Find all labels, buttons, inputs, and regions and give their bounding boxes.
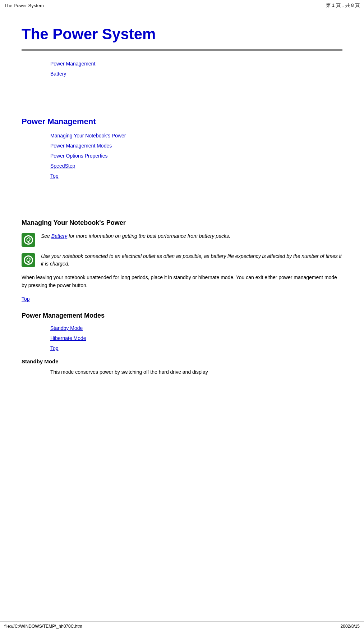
standby-link[interactable]: Standby Mode bbox=[50, 325, 342, 331]
standby-body-text: This mode conserves power by switching o… bbox=[50, 368, 342, 376]
main-title: The Power System bbox=[22, 26, 342, 43]
icon-text-2: Use your notebook connected to an electr… bbox=[41, 253, 342, 268]
page-footer: file:///C:\WINDOWS\TEMP\_hh070C.htm 2002… bbox=[0, 621, 364, 631]
title-divider bbox=[22, 49, 342, 51]
footer-left: file:///C:\WINDOWS\TEMP\_hh070C.htm bbox=[4, 624, 82, 629]
power-management-section: Power Management Managing Your Notebook'… bbox=[22, 117, 342, 179]
header-left: The Power System bbox=[4, 3, 44, 8]
standby-body: This mode conserves power by switching o… bbox=[22, 368, 342, 376]
hibernate-link[interactable]: Hibernate Mode bbox=[50, 335, 342, 341]
standby-heading: Standby Mode bbox=[22, 358, 342, 364]
spacer bbox=[22, 183, 342, 212]
sub-link-top[interactable]: Top bbox=[50, 173, 342, 179]
icon-text-1: See Battery for more information on gett… bbox=[41, 232, 230, 240]
managing-heading: Managing Your Notebook's Power bbox=[22, 219, 342, 227]
header-right: 第 1 頁，共 8 頁 bbox=[326, 2, 360, 9]
icon-row-1: See Battery for more information on gett… bbox=[22, 232, 342, 247]
info-icon-2 bbox=[22, 253, 35, 267]
sub-link-speedstep[interactable]: SpeedStep bbox=[50, 163, 342, 169]
sub-link-options[interactable]: Power Options Properties bbox=[50, 153, 342, 159]
toc-link-power-management[interactable]: Power Management bbox=[50, 61, 342, 67]
page-content: The Power System Power Management Batter… bbox=[0, 11, 364, 395]
battery-link[interactable]: Battery bbox=[51, 233, 67, 239]
footer-right: 2002/8/15 bbox=[341, 624, 360, 629]
sub-link-managing[interactable]: Managing Your Notebook's Power bbox=[50, 133, 342, 139]
standby-section: Standby Mode This mode conserves power b… bbox=[22, 358, 342, 376]
page-header: The Power System 第 1 頁，共 8 頁 bbox=[0, 0, 364, 11]
icon-row-2: Use your notebook connected to an electr… bbox=[22, 253, 342, 268]
power-management-title: Power Management bbox=[22, 117, 342, 126]
managing-section: Managing Your Notebook's Power See Batte… bbox=[22, 219, 342, 305]
toc-link-battery[interactable]: Battery bbox=[50, 71, 342, 77]
info-icon-1 bbox=[22, 233, 35, 247]
modes-heading: Power Management Modes bbox=[22, 312, 342, 319]
sub-link-modes[interactable]: Power Management Modes bbox=[50, 143, 342, 149]
table-of-contents: Power Management Battery bbox=[22, 61, 342, 77]
power-management-sub-toc: Managing Your Notebook's Power Power Man… bbox=[22, 133, 342, 179]
managing-body-text: When leaving your notebook unattended fo… bbox=[22, 273, 342, 290]
modes-top-link[interactable]: Top bbox=[50, 345, 342, 351]
managing-top-link[interactable]: Top bbox=[22, 296, 30, 302]
modes-sub-toc: Standby Mode Hibernate Mode Top bbox=[22, 325, 342, 351]
modes-section: Power Management Modes Standby Mode Hibe… bbox=[22, 312, 342, 351]
